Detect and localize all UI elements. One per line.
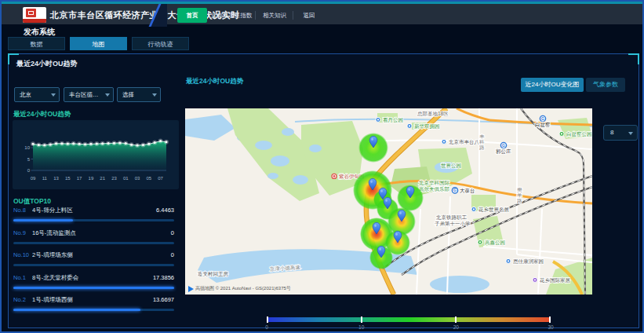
ou-top-list: No.84号-筛分上料区6.4463No.916号-流动监测点0No.102号-… (13, 207, 174, 319)
legend-tick (549, 317, 551, 323)
nav-separator (255, 11, 256, 20)
legend-tick-label: 0 (259, 324, 275, 330)
toplist-station-name: 2号-填埋场东侧 (32, 251, 171, 259)
trend-point (118, 141, 121, 144)
park-dropdown[interactable]: 丰台区循环经济产业园 (64, 87, 114, 102)
toplist-bar-track (13, 287, 174, 289)
toplist-row[interactable]: No.84号-筛分上料区6.4463 (13, 207, 174, 221)
nav-knowledge[interactable]: 相关知识 (259, 8, 290, 23)
ou-color-legend (267, 317, 551, 322)
toplist-rank: No.9 (13, 229, 32, 236)
nav-odor-index[interactable]: 监测点恶臭指数 (210, 8, 253, 23)
chevron-down-icon (628, 132, 633, 135)
toplist-bar-track (13, 264, 174, 266)
trend-point (147, 143, 150, 145)
toplist-station-name: 1号-填埋场西侧 (32, 296, 153, 304)
toplist-bar-fill (13, 287, 174, 289)
toplist-value: 6.4463 (156, 207, 174, 214)
legend-tick (361, 317, 362, 323)
chevron-down-icon (152, 93, 157, 97)
tab-map[interactable]: 地图 (70, 37, 127, 50)
trend-point (125, 142, 127, 145)
map-section-title: 最近24小时OU趋势 (186, 77, 243, 86)
map-label: 子弟第十一小学 (435, 221, 471, 227)
x-tick-label: 13 (53, 176, 59, 181)
trend-point (67, 143, 69, 145)
toplist-rank: No.2 (13, 296, 32, 303)
tab-data[interactable]: 数据 (8, 37, 65, 50)
legend-tick-label: 10 (354, 324, 369, 330)
nav-separator (293, 11, 293, 20)
legend-tick (455, 317, 457, 323)
toplist-row[interactable]: No.18号-北天堂村委会17.3856 (13, 274, 174, 289)
map-label: 北京华科国际 (419, 180, 450, 186)
toplist-value: 17.3856 (153, 274, 174, 281)
y-tick-label: 0 (27, 168, 31, 173)
toplist-title: OU值TOP10 (13, 197, 51, 207)
logo-mark-icon (26, 9, 36, 17)
map-label: 高鑫公园 (485, 240, 505, 245)
ou-change-map-button[interactable]: 近24小时OU变化图 (521, 78, 584, 92)
main-panel: 最近24小时OU趋势 北京 丰台区循环经济产业园 选择 最近24小时OU趋势 0… (8, 53, 639, 328)
legend-tick-label: 20 (448, 324, 464, 330)
map-label: 高尔夫俱乐部 (419, 186, 449, 192)
map-zoom-select[interactable]: 8 (603, 125, 638, 141)
x-tick-label: 19 (89, 176, 94, 181)
map-label: 花乡世界名居 (478, 207, 510, 213)
legend-tick (267, 317, 268, 323)
toplist-row[interactable]: No.916号-流动监测点0 (13, 229, 174, 244)
trend-chart-title: 最近24小时OU趋势 (13, 110, 71, 119)
x-tick-label: 03 (135, 176, 140, 181)
trend-point (101, 142, 104, 145)
publish-system-label: 发布系统 (24, 27, 55, 38)
map-label: 看丹公园 (383, 117, 403, 123)
toplist-rank: No.8 (13, 207, 32, 214)
map-label: 白盆窑公园 (566, 131, 592, 137)
map-label: 大葆台 (460, 188, 475, 194)
map-label: 恩佳康润家园 (513, 258, 544, 265)
map-label: 北京铁路职工 (436, 214, 468, 221)
x-tick-label: 05 (146, 176, 151, 181)
toplist-station-name: 8号-北天堂村委会 (32, 274, 153, 282)
trend-point (72, 142, 75, 145)
map-attribution: 高德地图 © 2021 AutoNavi - GS(2021)6375号 (188, 285, 291, 292)
trend-point (136, 145, 139, 147)
nav-back[interactable]: 返回 (297, 8, 322, 23)
dashboard-screen: 北京市丰台区循环经济产业园大气恶臭状况实时 首页 监测点恶臭指数 相关知识 返回… (0, 0, 644, 333)
map-label: 世界公园 (441, 163, 461, 168)
chevron-down-icon (51, 93, 56, 97)
city-dropdown[interactable]: 北京 (14, 87, 60, 102)
logo-banner (23, 19, 46, 23)
trend-point (96, 143, 98, 145)
map-canvas[interactable]: 总部基地18区看丹公园新华双拥园北京市丰台八中G郭公庄世界公园紫谷伊甸园G白盆窑… (185, 108, 592, 295)
weather-params-button[interactable]: 气象参数 (586, 78, 625, 92)
toplist-value: 0 (171, 251, 174, 258)
toplist-row[interactable]: No.21号-填埋场西侧13.6697 (13, 296, 174, 311)
site-dropdown[interactable]: 选择 (117, 87, 161, 102)
chevron-down-icon (105, 93, 110, 97)
tab-track[interactable]: 行动轨迹 (132, 37, 189, 50)
y-tick-label: 10 (24, 145, 30, 150)
trend-point (43, 144, 45, 146)
x-tick-label: 21 (100, 176, 105, 181)
toplist-station-name: 4号-筛分上料区 (32, 207, 156, 214)
legend-tick-label: 30 (543, 324, 558, 330)
amap-logo-icon (188, 286, 194, 292)
toplist-value: 13.6697 (153, 296, 174, 303)
map-label: 郭公庄 (496, 148, 511, 155)
trend-point (107, 142, 110, 145)
nav-home[interactable]: 首页 (177, 8, 207, 23)
toplist-rank: No.1 (13, 274, 32, 281)
x-tick-label: 09 (31, 176, 36, 181)
trend-point (49, 143, 52, 145)
map-label: 新华双拥园 (414, 123, 440, 130)
toplist-rank: No.10 (13, 251, 32, 258)
trend-point (159, 140, 162, 142)
trend-point (55, 142, 57, 145)
subway-glyph: G (453, 188, 457, 192)
toplist-bar-fill (13, 219, 73, 221)
map-label: 白盆窑 (535, 122, 551, 128)
trend-point (154, 141, 156, 144)
toplist-row[interactable]: No.102号-填埋场东侧0 (13, 251, 174, 266)
top-bar: 北京市丰台区循环经济产业园大气恶臭状况实时 首页 监测点恶臭指数 相关知识 返回 (2, 2, 642, 24)
